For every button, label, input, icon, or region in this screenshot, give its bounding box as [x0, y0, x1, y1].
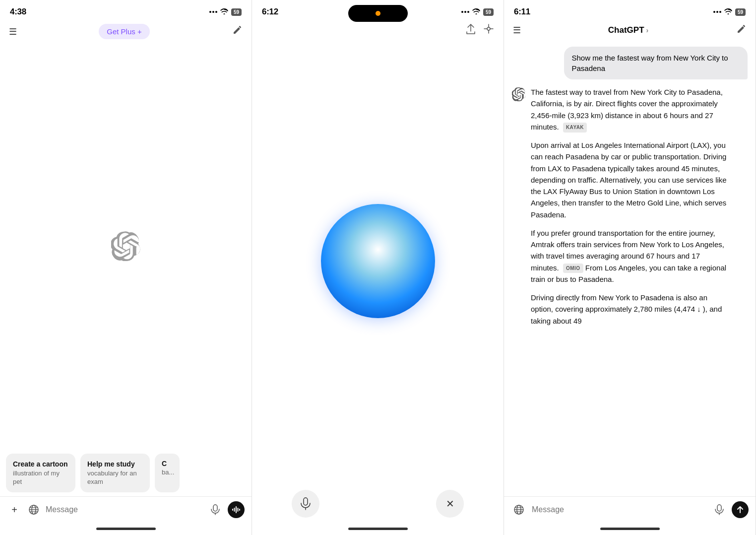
message-bar-1: + — [0, 496, 252, 525]
voice-controls: ✕ — [252, 480, 504, 525]
share-icon[interactable] — [466, 24, 476, 37]
filter-icon[interactable] — [484, 24, 494, 37]
user-message-text: Show me the fastest way from New York Ci… — [572, 54, 728, 72]
status-icons-2: 59 — [461, 8, 494, 16]
voice-orb — [321, 204, 435, 318]
voice-close-button[interactable]: ✕ — [436, 490, 464, 518]
ai-response-bubble: The fastest way to travel from New York … — [512, 86, 729, 327]
suggestion-sub-1: illustration of my pet — [13, 469, 68, 486]
svg-rect-9 — [236, 506, 237, 513]
status-bar-2: 6:12 59 — [252, 0, 504, 21]
source-badge-3: OMIO — [563, 264, 583, 273]
status-bar-3: 6:11 59 — [504, 0, 756, 21]
home-indicator-1 — [0, 525, 252, 535]
ai-response-text: The fastest way to travel from New York … — [531, 86, 729, 327]
globe-button-1[interactable] — [27, 503, 41, 517]
home-indicator-3 — [504, 525, 756, 535]
phone1: 4:38 59 ☰ Get Plus + — [0, 0, 252, 535]
suggestion-card-2[interactable]: Help me study vocabulary for an exam — [80, 454, 150, 492]
home-indicator-2 — [252, 525, 504, 535]
svg-rect-11 — [239, 509, 240, 511]
dynamic-island-dot — [376, 11, 380, 16]
mic-button-1[interactable] — [208, 502, 223, 517]
wifi-icon-2 — [472, 8, 480, 16]
svg-rect-5 — [213, 505, 217, 511]
battery-3: 59 — [735, 8, 746, 16]
chat-title[interactable]: ChatGPT › — [608, 25, 648, 35]
suggestion-title-2: Help me study — [87, 460, 143, 468]
ai-para-4: Driving directly from New York to Pasade… — [531, 293, 707, 313]
status-time-2: 6:12 — [262, 7, 278, 17]
svg-rect-8 — [234, 508, 235, 512]
battery-1: 59 — [231, 8, 242, 16]
compose-icon[interactable] — [232, 25, 243, 38]
voice-orb-body — [252, 42, 504, 480]
plus-button[interactable]: + — [7, 502, 22, 517]
user-message-bubble: Show me the fastest way from New York Ci… — [564, 47, 748, 79]
chat-title-text: ChatGPT — [608, 25, 644, 35]
status-bar-1: 4:38 59 — [0, 0, 252, 21]
voice-mic-button[interactable] — [292, 490, 319, 518]
suggestion-card-3[interactable]: C ba... — [155, 454, 180, 492]
chatgpt-logo — [111, 231, 141, 263]
chat-area: Show me the fastest way from New York Ci… — [504, 42, 756, 496]
dynamic-island — [348, 5, 408, 22]
phone3: 6:11 59 ☰ ChatGPT › Show — [504, 0, 756, 535]
signal-dots-2 — [461, 11, 469, 13]
send-button-3[interactable] — [732, 501, 749, 518]
status-time-1: 4:38 — [10, 7, 26, 17]
phone1-body — [0, 44, 252, 450]
mic-button-3[interactable] — [712, 502, 727, 517]
suggestion-sub-2: vocabulary for an exam — [87, 469, 143, 486]
phone2: 6:12 59 — [252, 0, 504, 535]
get-plus-button[interactable]: Get Plus + — [99, 24, 149, 39]
compose-icon-3[interactable] — [736, 24, 747, 37]
ai-avatar — [512, 87, 526, 101]
suggestion-title-1: Create a cartoon — [13, 460, 68, 468]
hamburger-icon-3[interactable]: ☰ — [513, 25, 521, 36]
svg-rect-13 — [304, 498, 308, 505]
status-icons-1: 59 — [209, 8, 242, 16]
suggestion-partial-text: C — [162, 460, 173, 468]
ai-para-1: The fastest way to travel from New York … — [531, 88, 723, 131]
battery-2: 59 — [483, 8, 494, 16]
wifi-icon-3 — [724, 8, 732, 16]
message-bar-3 — [504, 496, 756, 525]
message-input-3[interactable] — [532, 501, 707, 519]
phone3-header: ☰ ChatGPT › — [504, 21, 756, 42]
message-input-1[interactable] — [46, 501, 203, 519]
svg-rect-20 — [717, 505, 721, 511]
status-time-3: 6:11 — [514, 7, 530, 17]
suggestion-card-1[interactable]: Create a cartoon illustration of my pet — [6, 454, 75, 492]
phone1-header: ☰ Get Plus + — [0, 21, 252, 44]
title-chevron: › — [646, 26, 649, 34]
source-badge-1: KAYAK — [563, 123, 587, 133]
svg-point-12 — [487, 27, 490, 30]
svg-rect-7 — [232, 509, 233, 511]
globe-button-3[interactable] — [511, 502, 527, 518]
signal-dots-3 — [713, 11, 721, 13]
suggestion-partial-sub: ba... — [162, 468, 173, 477]
suggestion-cards: Create a cartoon illustration of my pet … — [0, 450, 252, 496]
phone2-header — [252, 21, 504, 42]
hamburger-icon[interactable]: ☰ — [9, 26, 17, 37]
svg-rect-10 — [238, 508, 239, 512]
signal-dots-1 — [209, 11, 217, 13]
ai-para-3b: From Los Angeles, you can take a regiona… — [531, 264, 726, 283]
wifi-icon-1 — [220, 8, 228, 16]
ai-para-2: Upon arrival at Los Angeles Internationa… — [531, 141, 727, 219]
audio-button[interactable] — [228, 501, 245, 518]
status-icons-3: 59 — [713, 8, 746, 16]
